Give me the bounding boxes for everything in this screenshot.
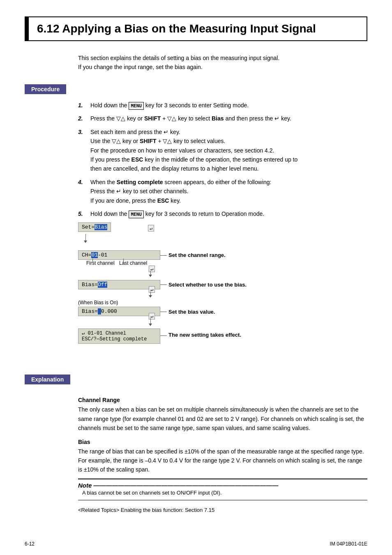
step-1-content: Hold down the MENU key for 3 seconds to …: [90, 101, 367, 110]
label-set-bias-val: Set the bias value.: [168, 309, 215, 315]
lcd-complete: ↵ 01-01 Channel ESC/?─Setting complete: [78, 328, 160, 344]
lcd-esc-label: ESC/?: [82, 336, 97, 342]
explanation-content: Channel Range The only case when a bias …: [78, 397, 367, 513]
connector-bias-val: [160, 312, 167, 312]
label-select-bias: Select whether to use the bias.: [168, 282, 247, 288]
menu-key: MENU: [129, 102, 144, 110]
page-footer: 6-12 IM 04P1B01-01E: [25, 541, 367, 547]
step-1-num: 1.: [78, 101, 90, 110]
connector-complete: [160, 335, 167, 336]
step-2-content: Press the ▽△ key or SHIFT + ▽△ key to se…: [90, 114, 367, 123]
intro-block: This section explains the details of set…: [78, 53, 367, 72]
explanation-section: Explanation Channel Range The only case …: [25, 375, 367, 513]
label-new-setting: The new setting takes effect.: [168, 332, 241, 338]
lcd-set-bias: Set=Bias: [78, 222, 111, 232]
step-3-content: Set each item and press the ↵ key. Use t…: [90, 127, 367, 173]
page-title: 6.12 Applying a Bias on the Measuring In…: [29, 17, 324, 40]
step-3: 3. Set each item and press the ↵ key. Us…: [78, 127, 367, 173]
lcd-off-hl: Off: [98, 282, 107, 288]
arrow-head-3: [149, 295, 152, 298]
procedure-steps: 1. Hold down the MENU key for 3 seconds …: [78, 101, 367, 219]
heading-bias: Bias: [78, 439, 367, 445]
lcd-ch-01-hl: 01: [91, 252, 98, 258]
connector-bias-off: [160, 284, 167, 285]
title-accent: [25, 17, 29, 40]
label-first-channel: First channel: [86, 260, 115, 266]
lcd-bias-val: Bias= 0.000: [78, 307, 160, 316]
step-2-num: 2.: [78, 114, 90, 123]
step-5-content: Hold down the MENU key for 3 seconds to …: [90, 209, 367, 219]
arrow-first-up: [92, 259, 93, 263]
step-1: 1. Hold down the MENU key for 3 seconds …: [78, 101, 367, 110]
lcd-ch: CH=01-01: [78, 250, 160, 260]
note-title: Note ——————————————————————————————: [78, 482, 367, 489]
lcd-enter-left: ↵: [82, 331, 85, 336]
arrow-head-2: [149, 275, 152, 277]
intro-line1: This section explains the details of set…: [78, 53, 367, 62]
note-content: A bias cannot be set on channels set to …: [82, 489, 367, 497]
menu-key-2: MENU: [129, 210, 144, 219]
enter-icon-bias-val: ↵: [149, 313, 155, 319]
label-when-bias: (When Bias is On): [78, 300, 118, 305]
footer-right: IM 04P1B01-01E: [330, 541, 367, 547]
intro-line2: If you change the input range, set the b…: [78, 62, 367, 72]
lcd-bias-highlight: Bias: [95, 224, 107, 230]
explanation-label: Explanation: [25, 375, 70, 384]
page: 6.12 Applying a Bias on the Measuring In…: [0, 0, 392, 555]
enter-icon-ch: ↵: [149, 266, 155, 272]
related-topics: <Related Topics> Enabling the bias funct…: [78, 507, 367, 513]
arrow-last-up: [123, 259, 124, 263]
heading-channel-range: Channel Range: [78, 397, 367, 403]
text-bias: The range of bias that can be specified …: [78, 447, 367, 474]
step-3-num: 3.: [78, 127, 90, 173]
step-5-num: 5.: [78, 209, 90, 219]
step-5: 5. Hold down the MENU key for 3 seconds …: [78, 209, 367, 219]
connector-ch: [160, 255, 167, 256]
footer-left: 6-12: [25, 541, 35, 547]
enter-icon-bias-off: ↵: [149, 286, 155, 293]
step-4-num: 4.: [78, 178, 90, 205]
lcd-bias-off: Bias=Off: [78, 280, 160, 289]
diagram: Set=Bias ↵ CH=01-01 Set the channel rang…: [78, 222, 367, 362]
arrow-head-4: [149, 324, 152, 326]
lcd-val-hl: [98, 308, 101, 314]
procedure-section: Procedure 1. Hold down the MENU key for …: [25, 84, 367, 363]
arrow-line-4: [150, 318, 151, 324]
step-2: 2. Press the ▽△ key or SHIFT + ▽△ key to…: [78, 114, 367, 123]
arrow-head-1: [84, 240, 87, 243]
step-4-content: When the Setting complete screen appears…: [90, 178, 367, 205]
title-bar: 6.12 Applying a Bias on the Measuring In…: [25, 16, 367, 41]
step-4: 4. When the Setting complete screen appe…: [78, 178, 367, 205]
text-channel-range: The only case when a bias can be set on …: [78, 405, 367, 432]
label-set-channel: Set the channel range.: [168, 252, 226, 258]
procedure-label: Procedure: [25, 84, 66, 94]
note-box: Note —————————————————————————————— A bi…: [78, 479, 367, 500]
enter-icon-top: ↵: [148, 225, 154, 231]
